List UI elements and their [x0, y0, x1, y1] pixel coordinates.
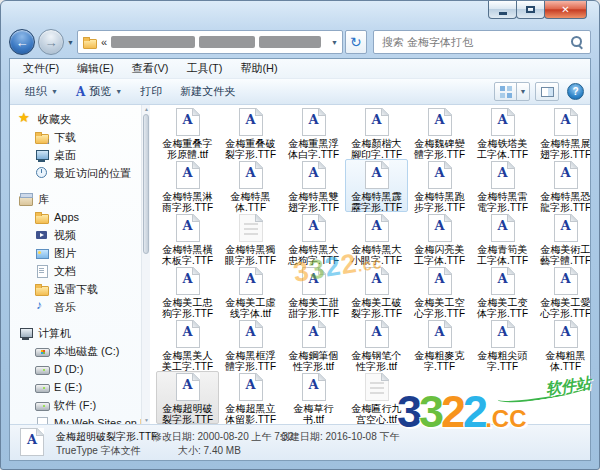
address-dropdown-icon[interactable]: ▼ [331, 39, 338, 46]
file-item[interactable]: A金梅特黑大 小眼字.TTF [345, 212, 408, 265]
file-name: 金梅铁塔美 工字体.TTF [477, 138, 528, 160]
sidebar-scrollbar[interactable]: ▲ ▼ [141, 105, 150, 424]
sidebar-item[interactable]: 迅雷下载 [18, 280, 141, 298]
font-file-icon: A [302, 320, 326, 348]
file-item[interactable]: A金梅美工愛 心字形.TTF [534, 265, 590, 318]
file-item[interactable]: A金梅魏碑變 體字形.TTF [408, 106, 471, 159]
search-input[interactable] [380, 35, 571, 49]
file-item[interactable]: A金梅特黑大 忠狗字.TTF [282, 212, 345, 265]
organize-button[interactable]: 组织 ▼ [16, 81, 67, 102]
history-dropdown-icon[interactable]: ▼ [67, 39, 74, 46]
file-item[interactable]: A金梅美工变 体字形.TTF [471, 265, 534, 318]
file-item[interactable]: A金梅粗黑 体.TTF [534, 318, 590, 371]
file-item[interactable]: A金梅美工甜 甜字形.TTF [282, 265, 345, 318]
file-name: 金梅美工甜 甜字形.TTF [288, 297, 339, 319]
file-item[interactable]: A金梅顏楷大 腳印字.TTF [345, 106, 408, 159]
sidebar-item[interactable]: 视频 [18, 226, 141, 244]
font-file-icon: A [302, 161, 326, 189]
sidebar-item[interactable]: E (E:) [18, 378, 141, 396]
file-item[interactable]: A金梅重叠字 形原體.ttf [156, 106, 219, 159]
file-item[interactable]: A金梅特黑展 翅字形.TTF [534, 106, 590, 159]
sidebar-item[interactable]: 本地磁盘 (C:) [18, 342, 141, 360]
file-item[interactable]: A金梅美術工 藝字體.TTF [534, 212, 590, 265]
file-item[interactable]: A金梅美工空 心字形.TTF [408, 265, 471, 318]
file-letter-icon: A [497, 166, 507, 179]
file-item[interactable]: A金梅特黑霹 靂字形.TTF [345, 159, 408, 212]
maximize-button[interactable] [516, 1, 545, 19]
sidebar-item[interactable]: 最近访问的位置 [18, 164, 141, 182]
file-letter-icon: A [434, 166, 444, 179]
file-letter-icon: A [434, 272, 444, 285]
preview-button[interactable]: A 预览 ▼ [67, 81, 131, 102]
file-item[interactable]: A金梅美工破 裂字形.TTF [345, 265, 408, 318]
scroll-up-icon[interactable]: ▲ [142, 105, 151, 113]
views-split-button[interactable]: ▼ [494, 82, 530, 101]
file-item[interactable]: A金梅粗麥克 字.TTF [408, 318, 471, 371]
file-item[interactable]: A金梅粗尖頭 字.TTF [471, 318, 534, 371]
file-item[interactable]: A金梅超黑立 体留影.TTF [219, 371, 282, 424]
file-item[interactable]: A金梅特黑雷 電字形.TTF [471, 159, 534, 212]
menu-item[interactable]: 帮助(H) [231, 61, 286, 76]
sidebar-item[interactable]: 文档 [18, 262, 141, 280]
file-item[interactable]: A金梅特黑 体.TTF [219, 159, 282, 212]
file-item[interactable]: A金梅闪亮美 工字体.TTF [408, 212, 471, 265]
file-item[interactable]: A金梅特黑恐 龍字形.TTF [534, 159, 590, 212]
file-item[interactable]: A金梅铁塔美 工字体.TTF [471, 106, 534, 159]
file-item[interactable]: A金梅特黑獨 眼字形.TTF [219, 212, 282, 265]
file-item[interactable]: A金梅美工忠 狗字形.TTF [156, 265, 219, 318]
print-button[interactable]: 打印 [131, 81, 171, 102]
sidebar-item[interactable]: 音乐 [18, 298, 141, 316]
explorer-window: ✕ ← → ▼ « ▼ ↻ 文件(F)编辑(E)查看(V)工具(T)帮助(H) … [0, 0, 600, 470]
file-item[interactable]: A金梅青筍美 工字体.TTF [471, 212, 534, 265]
font-file-icon: A [302, 214, 326, 242]
file-item[interactable]: A金梅特黑橫 木板字.TTF [156, 212, 219, 265]
sidebar-item[interactable]: 收藏夹 [18, 110, 141, 128]
file-name: 金梅特黑獨 眼字形.TTF [225, 244, 276, 266]
selected-file-name: 金梅超明破裂字形.TTF [56, 430, 157, 444]
forward-button[interactable]: → [38, 29, 64, 55]
menu-item[interactable]: 文件(F) [14, 61, 68, 76]
views-dropdown[interactable]: ▼ [516, 83, 529, 100]
file-name: 金梅重黑浮 体白字.TTF [288, 138, 339, 160]
close-button[interactable]: ✕ [544, 1, 587, 19]
sidebar-item[interactable]: 库 [18, 190, 141, 208]
sidebar-item[interactable]: My Web Sites on MSN [18, 414, 141, 424]
sidebar-item[interactable]: 图片 [18, 244, 141, 262]
scrollbar-thumb[interactable] [143, 114, 149, 254]
file-item[interactable]: A金梅超明破 裂字形.TTF [156, 371, 219, 424]
scroll-down-icon[interactable]: ▼ [142, 416, 151, 424]
new-folder-button[interactable]: 新建文件夹 [171, 81, 244, 102]
file-item[interactable]: A金梅鋼筆個 性字形.ttf [282, 318, 345, 371]
sidebar-item-label: 迅雷下载 [54, 282, 98, 297]
sidebar-item[interactable]: 软件 (F:) [18, 396, 141, 414]
sidebar-item[interactable]: D (D:) [18, 360, 141, 378]
preview-pane-button[interactable] [535, 82, 559, 101]
file-name: 金梅美工虛 线字体.ttf [226, 297, 276, 319]
address-bar[interactable]: « ▼ [77, 30, 343, 54]
back-button[interactable]: ← [9, 29, 35, 55]
file-item[interactable]: A金梅特黑雙 翅字形.TTF [282, 159, 345, 212]
menu-item[interactable]: 编辑(E) [68, 61, 123, 76]
minimize-button[interactable] [488, 1, 517, 19]
sidebar-item[interactable]: 桌面 [18, 146, 141, 164]
file-item[interactable]: A金梅黑美人 美工字.TTF [156, 318, 219, 371]
file-item[interactable]: A金梅黑框浮 體字形.TTF [219, 318, 282, 371]
sidebar-item[interactable]: Apps [18, 208, 141, 226]
file-item[interactable]: A金梅匾行九 宫空心.ttf [345, 371, 408, 424]
file-item[interactable]: A金梅特黑跑 步字形.TTF [408, 159, 471, 212]
file-item[interactable]: A金梅重叠破 裂字形.TTF [219, 106, 282, 159]
menu-item[interactable]: 查看(V) [123, 61, 178, 76]
forward-icon: → [45, 35, 58, 50]
star-icon [18, 112, 33, 126]
refresh-button[interactable]: ↻ [345, 30, 367, 54]
menu-item[interactable]: 工具(T) [177, 61, 231, 76]
file-item[interactable]: A金梅草行 书.ttf [282, 371, 345, 424]
sidebar-item[interactable]: ↓下载 [18, 128, 141, 146]
sidebar-item[interactable]: 计算机 [18, 324, 141, 342]
file-item[interactable]: A金梅特黑淋 雨字形.TTF [156, 159, 219, 212]
file-item[interactable]: A金梅美工虛 线字体.ttf [219, 265, 282, 318]
help-button[interactable]: ? [567, 83, 584, 100]
file-item[interactable]: A金梅重黑浮 体白字.TTF [282, 106, 345, 159]
font-file-icon: A [302, 108, 326, 136]
file-item[interactable]: A金梅钢笔个 性字形.ttf [345, 318, 408, 371]
